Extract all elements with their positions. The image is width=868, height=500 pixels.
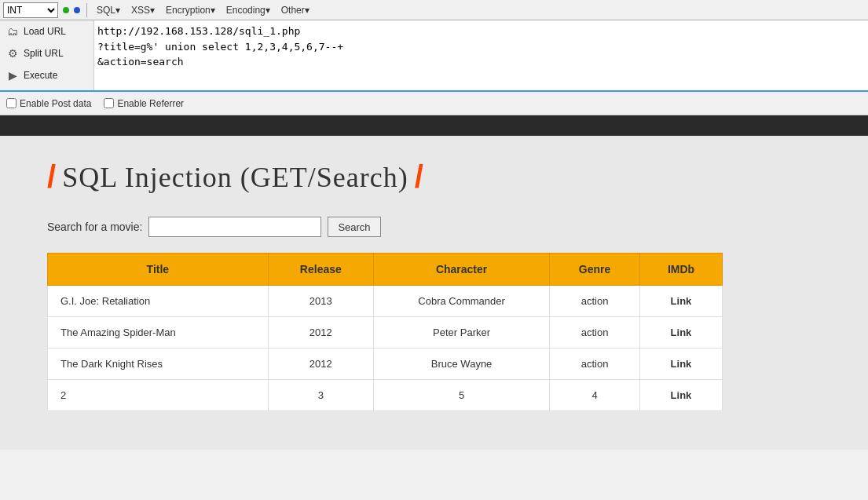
url-input-wrapper: http://192.168.153.128/sqli_1.php ?title… (94, 20, 868, 90)
cell-character: 5 (373, 380, 549, 411)
execute-icon: ▶ (6, 69, 19, 82)
blue-dot-icon (74, 7, 80, 13)
cell-genre: action (550, 317, 640, 349)
table-header-row: Title Release Character Genre IMDb (48, 254, 723, 286)
col-header-title: Title (48, 254, 269, 286)
search-label: Search for a movie: (47, 221, 142, 233)
cell-title: The Dark Knight Rises (48, 349, 269, 380)
cell-genre: action (550, 349, 640, 380)
col-header-imdb: IMDb (639, 254, 722, 286)
options-row: Enable Post data Enable Referrer (0, 92, 868, 115)
results-table: Title Release Character Genre IMDb G.I. … (47, 253, 723, 411)
encryption-menu-btn[interactable]: Encryption▾ (163, 4, 218, 16)
execute-button[interactable]: ▶ Execute (0, 64, 93, 86)
cell-release: 2012 (268, 349, 373, 380)
table-row: G.I. Joe: Retaliation2013Cobra Commander… (48, 286, 723, 317)
dark-bar (0, 115, 868, 136)
cell-imdb[interactable]: Link (639, 380, 722, 411)
table-row: 2354Link (48, 380, 723, 411)
split-url-button[interactable]: ⚙ Split URL (0, 42, 93, 64)
col-header-release: Release (268, 254, 373, 286)
load-url-icon: 🗂 (6, 25, 19, 38)
cell-character: Cobra Commander (373, 286, 549, 317)
url-area: 🗂 Load URL ⚙ Split URL ▶ Execute http://… (0, 20, 868, 92)
cell-title: G.I. Joe: Retaliation (48, 286, 269, 317)
page-title: / SQL Injection (GET/Search) / (47, 159, 821, 195)
other-menu-btn[interactable]: Other▾ (278, 4, 313, 16)
table-row: The Amazing Spider-Man2012Peter Parkerac… (48, 317, 723, 349)
sql-menu-btn[interactable]: SQL▾ (93, 4, 123, 16)
cell-release: 2013 (268, 286, 373, 317)
col-header-character: Character (373, 254, 549, 286)
table-row: The Dark Knight Rises2012Bruce Wayneacti… (48, 349, 723, 380)
left-sidebar: 🗂 Load URL ⚙ Split URL ▶ Execute (0, 20, 94, 90)
cell-genre: 4 (550, 380, 640, 411)
enable-referrer-label[interactable]: Enable Referrer (104, 98, 184, 109)
cell-release: 2012 (268, 317, 373, 349)
cell-imdb[interactable]: Link (639, 317, 722, 349)
cell-character: Peter Parker (373, 317, 549, 349)
toolbar: INT SQL▾ XSS▾ Encryption▾ Encoding▾ Othe… (0, 0, 868, 20)
load-url-button[interactable]: 🗂 Load URL (0, 20, 93, 42)
table-header: Title Release Character Genre IMDb (48, 254, 723, 286)
int-select[interactable]: INT (3, 2, 58, 18)
toolbar-divider (86, 3, 87, 17)
cell-genre: action (550, 286, 640, 317)
xss-menu-btn[interactable]: XSS▾ (128, 4, 158, 16)
cell-release: 3 (268, 380, 373, 411)
search-button[interactable]: Search (328, 217, 380, 237)
green-dot-icon (63, 7, 69, 13)
left-slash-deco: / (47, 159, 56, 195)
right-slash-deco: / (415, 159, 423, 195)
enable-referrer-checkbox[interactable] (104, 98, 114, 108)
enable-post-checkbox[interactable] (6, 98, 16, 108)
cell-imdb[interactable]: Link (639, 286, 722, 317)
title-text: SQL Injection (GET/Search) (62, 161, 408, 194)
enable-post-label[interactable]: Enable Post data (6, 98, 91, 109)
cell-character: Bruce Wayne (373, 349, 549, 380)
url-input[interactable]: http://192.168.153.128/sqli_1.php ?title… (97, 24, 865, 85)
search-input[interactable] (148, 217, 321, 237)
cell-imdb[interactable]: Link (639, 349, 722, 380)
cell-title: The Amazing Spider-Man (48, 317, 269, 349)
cell-title: 2 (48, 380, 269, 411)
table-body: G.I. Joe: Retaliation2013Cobra Commander… (48, 286, 723, 411)
col-header-genre: Genre (550, 254, 640, 286)
main-content: / SQL Injection (GET/Search) / Search fo… (0, 136, 868, 450)
split-url-icon: ⚙ (6, 47, 19, 60)
encoding-menu-btn[interactable]: Encoding▾ (223, 4, 273, 16)
search-row: Search for a movie: Search (47, 217, 821, 237)
